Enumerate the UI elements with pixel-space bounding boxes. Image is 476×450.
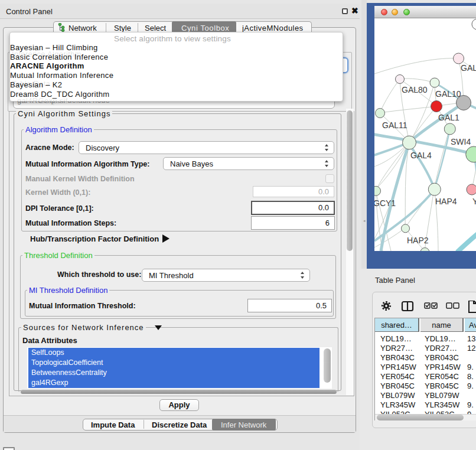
svg-text:HAP2: HAP2 [407,236,429,245]
svg-text:GAL1: GAL1 [438,113,459,122]
svg-text:SWI4: SWI4 [451,137,471,146]
svg-text:GCY1: GCY1 [374,198,396,208]
svg-text:HAP4: HAP4 [435,197,457,206]
svg-text:GAL: GAL [461,63,476,73]
svg-text:GAL80: GAL80 [402,85,428,94]
svg-text:GAL10: GAL10 [435,89,461,99]
svg-text:GAL4: GAL4 [410,151,432,160]
svg-text:YD: YD [472,197,476,206]
svg-text:GAL11: GAL11 [382,120,407,130]
